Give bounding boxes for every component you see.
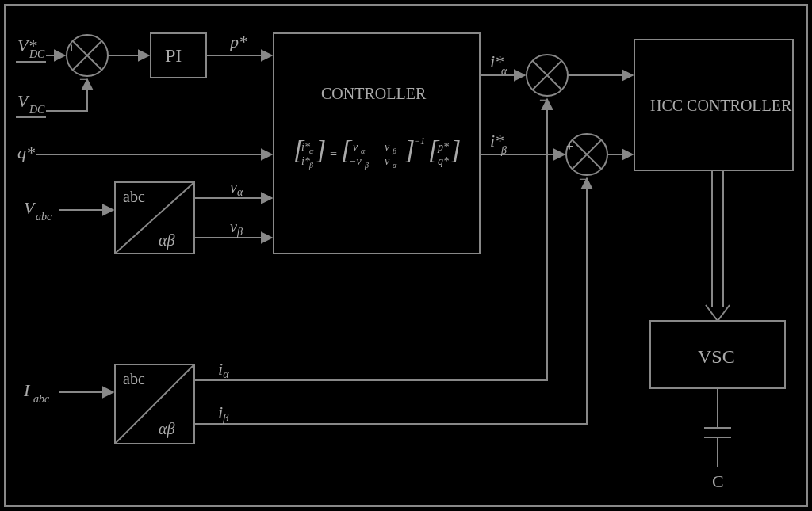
label-va: vα: [230, 178, 243, 198]
label-p-ref: p*: [228, 32, 247, 51]
svg-text:−v: −v: [349, 155, 362, 167]
svg-text:q*: q*: [17, 143, 35, 162]
label-vdc: V DC: [16, 91, 46, 117]
svg-text:−: −: [79, 71, 87, 87]
label-iabc: I abc: [23, 380, 50, 405]
frame: [5, 5, 807, 506]
svg-text:−: −: [579, 171, 587, 187]
svg-text:αβ: αβ: [159, 231, 174, 250]
svg-text:DC: DC: [29, 48, 45, 60]
transform-v: abc αβ: [115, 182, 194, 254]
svg-text:α: α: [393, 161, 397, 170]
label-vb: vβ: [230, 218, 243, 238]
svg-text:β: β: [308, 161, 313, 170]
svg-text:β: β: [392, 147, 396, 155]
svg-text:−1: −1: [414, 135, 425, 147]
wire-ib-fb: [194, 178, 587, 424]
label-ib-ref-sub: β: [500, 144, 507, 156]
svg-text:−: −: [539, 92, 547, 108]
svg-text:V: V: [24, 198, 36, 218]
svg-text:β: β: [364, 161, 369, 170]
capacitor: C: [704, 388, 731, 491]
vsc-label: VSC: [698, 346, 735, 367]
svg-text:v: v: [353, 141, 358, 153]
svg-text:p*: p*: [437, 141, 449, 153]
label-vabc: V abc: [24, 198, 52, 223]
svg-text:+: +: [527, 60, 534, 74]
svg-text:V: V: [17, 91, 30, 111]
hcc-label: HCC CONTROLLER: [650, 97, 792, 114]
transform-i: abc αβ: [115, 364, 194, 444]
svg-text:]: ]: [450, 135, 461, 164]
label-ib: iβ: [218, 402, 228, 424]
svg-text:abc: abc: [123, 370, 145, 387]
pi-label: PI: [165, 45, 182, 66]
controller-label: CONTROLLER: [321, 85, 427, 102]
svg-text:C: C: [712, 471, 724, 491]
svg-text:v: v: [385, 155, 390, 167]
svg-text:α: α: [309, 147, 314, 155]
label-ia: iα: [218, 359, 229, 380]
label-vdc-ref: V* DC: [16, 36, 46, 62]
bus-hcc-vsc: [706, 170, 730, 321]
svg-text:=: =: [329, 147, 338, 161]
label-ia-ref-sub: α: [501, 65, 508, 77]
svg-text:αβ: αβ: [159, 420, 174, 438]
svg-text:]: ]: [315, 135, 326, 164]
svg-text:α: α: [361, 147, 366, 155]
svg-text:+: +: [68, 41, 75, 55]
label-q-ref: q*: [17, 143, 35, 162]
svg-text:abc: abc: [36, 211, 52, 223]
svg-text:abc: abc: [33, 393, 50, 405]
svg-text:DC: DC: [29, 104, 45, 116]
svg-text:I: I: [23, 380, 31, 400]
svg-text:+: +: [566, 139, 573, 153]
controller-equation: [ i* α i* β ] = [ vα vβ −vβ vα ] −1 [ p*…: [293, 135, 461, 170]
svg-text:v: v: [385, 141, 390, 153]
svg-text:q*: q*: [438, 155, 449, 167]
svg-text:abc: abc: [123, 188, 145, 205]
